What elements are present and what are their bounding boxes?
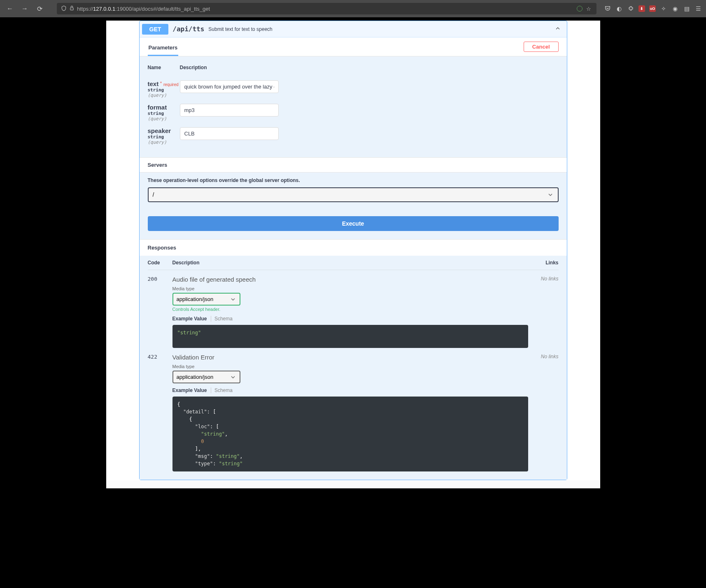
param-row: format string (query) <box>148 98 559 121</box>
extension-icon-1[interactable]: ◐ <box>615 5 623 12</box>
param-name: speaker <box>148 127 171 134</box>
response-row: 200 Audio file of generated speech Media… <box>148 270 559 348</box>
example-value-tab[interactable]: Example Value <box>172 387 207 393</box>
param-input-speaker[interactable] <box>180 127 279 140</box>
execute-button[interactable]: Execute <box>148 216 559 231</box>
url-bar[interactable]: https://127.0.0.1:19000/api/docs#/defaul… <box>57 3 596 14</box>
media-type-select[interactable]: application/json <box>172 371 240 383</box>
lock-icon <box>69 5 75 12</box>
param-row: text * required string (query) <box>148 75 559 98</box>
param-input-format[interactable] <box>180 104 279 117</box>
servers-header: Servers <box>140 157 567 173</box>
example-value-tab[interactable]: Example Value <box>172 316 207 322</box>
resp-head-code: Code <box>148 260 172 266</box>
param-in: (query) <box>148 140 180 145</box>
badge-icon-1[interactable]: ⬇ <box>638 5 645 12</box>
response-title: Audio file of generated speech <box>172 276 528 283</box>
site-permissions-icon[interactable] <box>577 6 583 12</box>
response-links: No links <box>534 276 559 348</box>
param-type: string <box>148 134 180 140</box>
ublock-icon[interactable]: uO <box>649 5 656 12</box>
hamburger-menu-icon[interactable]: ☰ <box>694 5 702 12</box>
bookmark-star-icon[interactable]: ☆ <box>585 5 592 12</box>
endpoint-summary: Submit text for text to speech <box>208 26 272 32</box>
response-row: 422 Validation Error Media type applicat… <box>148 348 559 471</box>
forward-button[interactable]: → <box>19 3 30 14</box>
response-links: No links <box>534 354 559 471</box>
param-row: speaker string (query) <box>148 121 559 145</box>
param-in: (query) <box>148 116 180 121</box>
param-name: format <box>148 104 167 111</box>
responses-body: Code Description Links 200 Audio file of… <box>140 256 567 480</box>
browser-toolbar: ← → ⟳ https://127.0.0.1:19000/api/docs#/… <box>0 0 706 17</box>
schema-tab[interactable]: Schema <box>211 387 233 393</box>
param-head-desc: Description <box>180 65 559 70</box>
parameters-tab[interactable]: Parameters <box>148 42 179 56</box>
method-badge: GET <box>142 24 169 35</box>
reload-button[interactable]: ⟳ <box>34 3 45 14</box>
response-body-code: "string" <box>172 325 528 348</box>
server-select[interactable]: / <box>148 187 559 202</box>
parameters-table: Name Description text * required string … <box>140 56 567 157</box>
svg-rect-0 <box>70 8 74 10</box>
schema-tab[interactable]: Schema <box>211 316 233 322</box>
opblock: GET /api/tts Submit text for text to spe… <box>139 21 567 480</box>
param-type: string <box>148 111 180 116</box>
media-type-select[interactable]: application/json <box>172 293 240 306</box>
response-code: 200 <box>148 276 172 348</box>
chevron-up-icon[interactable] <box>551 23 564 35</box>
media-type-label: Media type <box>172 286 528 291</box>
opblock-summary[interactable]: GET /api/tts Submit text for text to spe… <box>140 21 567 37</box>
library-icon[interactable]: ▤ <box>683 5 690 12</box>
pocket-icon[interactable] <box>604 5 611 12</box>
required-star-icon: * <box>160 81 162 86</box>
param-type: string <box>148 87 180 93</box>
extensions-icon[interactable] <box>627 5 634 12</box>
responses-header: Responses <box>140 239 567 256</box>
resp-head-links: Links <box>534 260 559 266</box>
param-in: (query) <box>148 93 180 98</box>
param-head-name: Name <box>148 65 180 70</box>
servers-body: These operation-level options override t… <box>140 173 567 210</box>
url-text: https://127.0.0.1:19000/api/docs#/defaul… <box>77 6 574 12</box>
endpoint-path: /api/tts <box>172 25 204 33</box>
extension-icon-3[interactable]: ◉ <box>671 5 679 12</box>
back-button[interactable]: ← <box>4 3 16 14</box>
response-body-code: { "detail": [ { "loc": [ "string", 0 ], … <box>172 397 528 471</box>
resp-head-desc: Description <box>172 260 534 266</box>
response-title: Validation Error <box>172 354 528 361</box>
shield-icon <box>61 5 67 12</box>
required-label: required <box>163 82 179 87</box>
execute-wrap: Execute <box>140 210 567 239</box>
media-type-label: Media type <box>172 364 528 369</box>
servers-note: These operation-level options override t… <box>148 177 559 183</box>
param-name: text <box>148 80 159 87</box>
parameters-header: Parameters Cancel <box>140 37 567 56</box>
cancel-button[interactable]: Cancel <box>524 42 559 52</box>
param-input-text[interactable] <box>180 80 279 93</box>
chrome-actions: ◐ ⬇ uO ✧ ◉ ▤ ☰ <box>604 5 702 12</box>
accept-note: Controls Accept header. <box>172 307 528 312</box>
extension-icon-2[interactable]: ✧ <box>660 5 667 12</box>
response-code: 422 <box>148 354 172 471</box>
